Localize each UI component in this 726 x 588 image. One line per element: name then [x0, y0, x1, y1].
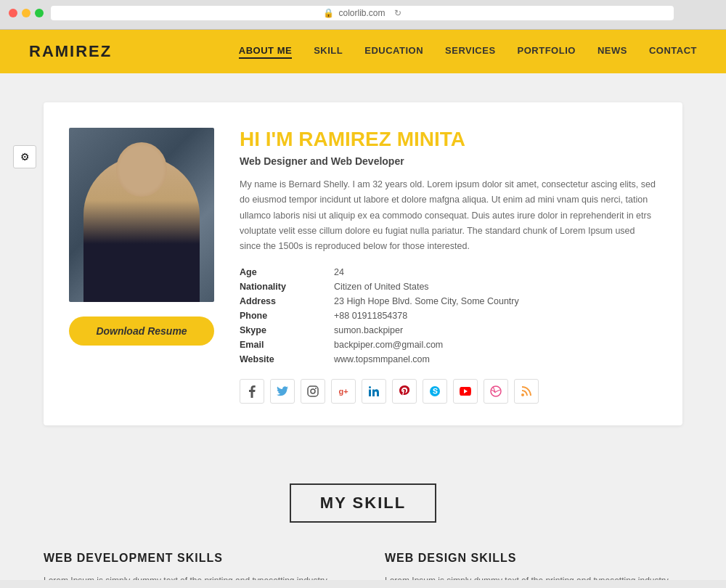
detail-value-email: backpiper.com@gmail.com — [334, 340, 657, 350]
svg-point-2 — [315, 388, 317, 389]
web-design-title: WEB DESIGN SKILLS — [385, 552, 682, 565]
about-details: Age 24 Nationality Citizen of United Sta… — [240, 267, 657, 364]
nav-portfolio[interactable]: PORTFOLIO — [518, 45, 576, 59]
greeting-prefix: HI I'M — [240, 128, 298, 150]
svg-rect-3 — [369, 390, 371, 397]
web-design-skills-col: WEB DESIGN SKILLS Lorem Ipsum is simply … — [385, 552, 682, 580]
traffic-lights — [9, 9, 44, 17]
nav-skill[interactable]: SKILL — [314, 45, 343, 59]
skill-section-title: MY SKILL — [290, 483, 436, 523]
nav-about-me[interactable]: ABOUT ME — [239, 45, 292, 59]
nav-contact[interactable]: CONTACT — [649, 45, 697, 59]
svg-point-6 — [521, 393, 524, 396]
minimize-button[interactable] — [22, 9, 30, 17]
nav-services[interactable]: SERVICES — [445, 45, 496, 59]
web-dev-desc: Lorem Ipsum is simply dummy text of the … — [44, 573, 341, 580]
page-content: RAMIREZ ABOUT ME SKILL EDUCATION SERVICE… — [0, 30, 726, 580]
nav-news[interactable]: NEWS — [597, 45, 627, 59]
social-pinterest[interactable] — [392, 379, 417, 404]
web-dev-skills-col: WEB DEVELOPMENT SKILLS Lorem Ipsum is si… — [44, 552, 341, 580]
detail-label-email: Email — [240, 340, 327, 350]
reload-icon[interactable]: ↻ — [394, 8, 401, 18]
detail-value-nationality: Citizen of United States — [334, 282, 657, 292]
about-info-col: HI I'M RAMIREZ MINITA Web Designer and W… — [240, 128, 657, 404]
detail-label-skype: Skype — [240, 325, 327, 335]
social-skype[interactable] — [423, 379, 447, 404]
browser-chrome: 🔒 colorlib.com ↻ — [0, 0, 726, 30]
detail-value-address: 23 High Hope Blvd. Some City, Some Count… — [334, 296, 657, 306]
social-facebook[interactable] — [240, 379, 264, 404]
name-highlight: RAMIREZ MINITA — [298, 128, 465, 150]
social-linkedin[interactable] — [362, 379, 386, 404]
detail-value-website: www.topsmmpanel.com — [334, 354, 657, 364]
url-text: colorlib.com — [338, 8, 385, 18]
svg-rect-0 — [308, 386, 318, 396]
about-greeting: HI I'M RAMIREZ MINITA — [240, 128, 657, 151]
detail-label-website: Website — [240, 354, 327, 364]
site-logo: RAMIREZ — [29, 42, 112, 61]
social-icons: g+ — [240, 379, 657, 404]
skill-section: MY SKILL WEB DEVELOPMENT SKILLS Lorem Ip… — [0, 483, 726, 580]
social-twitter[interactable] — [270, 379, 295, 404]
detail-label-nationality: Nationality — [240, 282, 327, 292]
about-photo-col: Download Resume — [69, 128, 214, 404]
social-instagram[interactable] — [301, 379, 325, 404]
profile-photo — [69, 128, 214, 302]
site-nav: ABOUT ME SKILL EDUCATION SERVICES PORTFO… — [239, 45, 697, 59]
side-settings-icon[interactable]: ⚙ — [13, 145, 36, 168]
detail-label-address: Address — [240, 296, 327, 306]
nav-education[interactable]: EDUCATION — [364, 45, 423, 59]
svg-point-1 — [311, 389, 315, 393]
detail-label-age: Age — [240, 267, 327, 277]
web-design-desc: Lorem Ipsum is simply dummy text of the … — [385, 573, 682, 580]
address-bar[interactable]: 🔒 colorlib.com ↻ — [51, 6, 674, 20]
about-card: Download Resume HI I'M RAMIREZ MINITA We… — [44, 102, 682, 425]
detail-value-skype: sumon.backpiper — [334, 325, 657, 335]
download-resume-button[interactable]: Download Resume — [69, 317, 214, 346]
social-googleplus[interactable]: g+ — [331, 379, 356, 404]
social-youtube[interactable] — [453, 379, 478, 404]
site-header: RAMIREZ ABOUT ME SKILL EDUCATION SERVICE… — [0, 30, 726, 73]
lock-icon: 🔒 — [323, 8, 334, 18]
about-subtitle: Web Designer and Web Developer — [240, 155, 657, 167]
social-rss[interactable] — [514, 379, 539, 404]
section-title-box: MY SKILL — [44, 483, 682, 523]
detail-value-age: 24 — [334, 267, 657, 277]
social-dribbble[interactable] — [484, 379, 508, 404]
maximize-button[interactable] — [35, 9, 44, 17]
web-dev-title: WEB DEVELOPMENT SKILLS — [44, 552, 341, 565]
detail-label-phone: Phone — [240, 311, 327, 321]
close-button[interactable] — [9, 9, 17, 17]
detail-value-phone: +88 01911854378 — [334, 311, 657, 321]
svg-point-4 — [369, 386, 371, 388]
about-description: My name is Bernard Shelly. I am 32 years… — [240, 177, 657, 254]
skills-grid: WEB DEVELOPMENT SKILLS Lorem Ipsum is si… — [44, 552, 682, 580]
main-area: Download Resume HI I'M RAMIREZ MINITA We… — [0, 73, 726, 483]
